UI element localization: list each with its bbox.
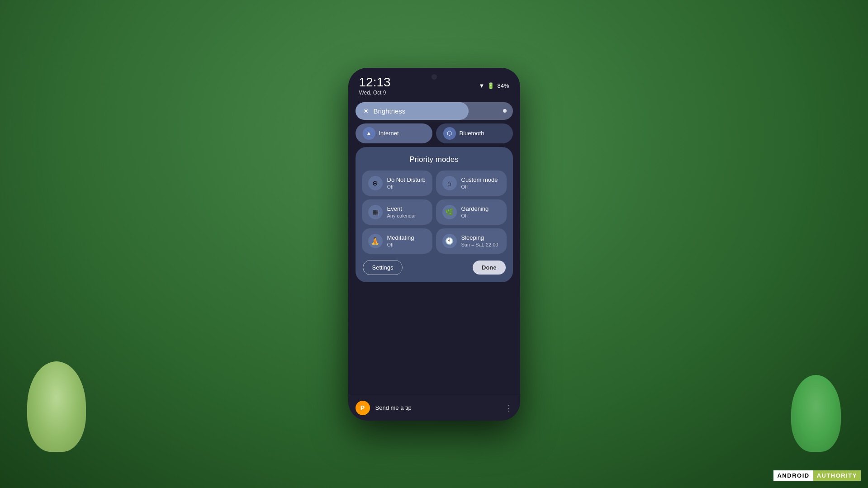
do-not-disturb-name: Do Not Disturb [387, 176, 426, 184]
custom-mode-text: Custom mode Off [461, 176, 498, 190]
meditating-status: Off [387, 242, 414, 247]
sleeping-status: Sun – Sat, 22:00 [461, 242, 498, 247]
priority-modes-title: Priority modes [362, 155, 507, 164]
status-icons: ▼ 🔋 84% [479, 82, 509, 89]
bluetooth-toggle[interactable]: ⬡ Bluetooth [436, 123, 513, 143]
mode-do-not-disturb[interactable]: ⊖ Do Not Disturb Off [362, 171, 432, 196]
scene: 12:13 Wed, Oct 9 ▼ 🔋 84% ☀ Brightness [0, 0, 868, 488]
do-not-disturb-icon: ⊖ [368, 176, 383, 190]
panel-actions: Settings Done [362, 260, 507, 275]
sleeping-text: Sleeping Sun – Sat, 22:00 [461, 234, 498, 247]
clock-date: Wed, Oct 9 [359, 90, 391, 96]
meditating-icon: 🧘 [368, 234, 383, 248]
quick-settings-panel: ☀ Brightness ▲ Internet ⬡ Bluetooth [348, 99, 520, 143]
meditating-name: Meditating [387, 234, 414, 242]
brightness-dot [503, 109, 507, 113]
tip-bar: P Send me a tip ⋮ [348, 395, 520, 421]
battery-icon: 🔋 [487, 82, 494, 89]
do-not-disturb-text: Do Not Disturb Off [387, 176, 426, 190]
watermark-android: ANDROID [773, 470, 813, 481]
priority-modes-panel: Priority modes ⊖ Do Not Disturb Off ⌂ [356, 147, 513, 282]
internet-label: Internet [379, 130, 399, 137]
bluetooth-icon: ⬡ [443, 127, 456, 140]
event-text: Event Any calendar [387, 205, 416, 218]
mode-custom[interactable]: ⌂ Custom mode Off [436, 171, 507, 196]
phone-screen: 12:13 Wed, Oct 9 ▼ 🔋 84% ☀ Brightness [348, 68, 520, 421]
wifi-icon: ▼ [479, 82, 485, 89]
status-bar: 12:13 Wed, Oct 9 ▼ 🔋 84% [348, 68, 520, 99]
brightness-control[interactable]: ☀ Brightness [356, 102, 513, 120]
sleeping-icon: 🕙 [442, 234, 457, 248]
do-not-disturb-status: Off [387, 184, 426, 190]
done-button[interactable]: Done [473, 261, 506, 275]
toggles-row: ▲ Internet ⬡ Bluetooth [356, 123, 513, 143]
gardening-icon: 🌿 [442, 205, 457, 219]
android-figurine-right [791, 375, 841, 452]
tip-icon: P [356, 401, 370, 415]
mode-gardening[interactable]: 🌿 Gardening Off [436, 199, 507, 225]
battery-percent: 84% [497, 82, 509, 89]
mode-event[interactable]: ▦ Event Any calendar [362, 199, 432, 225]
meditating-text: Meditating Off [387, 234, 414, 247]
watermark: ANDROID AUTHORITY [773, 470, 861, 481]
internet-toggle[interactable]: ▲ Internet [356, 123, 432, 143]
custom-mode-name: Custom mode [461, 176, 498, 184]
watermark-authority: AUTHORITY [813, 470, 861, 481]
phone-device: 12:13 Wed, Oct 9 ▼ 🔋 84% ☀ Brightness [348, 68, 520, 421]
settings-button[interactable]: Settings [363, 260, 403, 275]
brightness-icon: ☀ [363, 107, 369, 115]
camera-notch [432, 74, 437, 80]
android-figurine-left [27, 361, 86, 452]
mode-sleeping[interactable]: 🕙 Sleeping Sun – Sat, 22:00 [436, 228, 507, 254]
brightness-content: ☀ Brightness [363, 107, 406, 115]
tip-text: Send me a tip [375, 404, 499, 411]
bluetooth-label: Bluetooth [460, 130, 484, 137]
gardening-name: Gardening [461, 205, 489, 213]
sleeping-name: Sleeping [461, 234, 498, 242]
custom-mode-status: Off [461, 184, 498, 190]
brightness-label: Brightness [374, 107, 406, 115]
mode-meditating[interactable]: 🧘 Meditating Off [362, 228, 432, 254]
event-status: Any calendar [387, 213, 416, 218]
tip-icon-label: P [360, 404, 365, 412]
gardening-text: Gardening Off [461, 205, 489, 218]
event-name: Event [387, 205, 416, 213]
event-icon: ▦ [368, 205, 383, 219]
gardening-status: Off [461, 213, 489, 218]
custom-mode-icon: ⌂ [442, 176, 457, 190]
clock-time: 12:13 [359, 76, 391, 89]
internet-icon: ▲ [363, 127, 375, 140]
tip-more-icon[interactable]: ⋮ [505, 403, 513, 413]
modes-grid: ⊖ Do Not Disturb Off ⌂ Custom mode Off [362, 171, 507, 254]
